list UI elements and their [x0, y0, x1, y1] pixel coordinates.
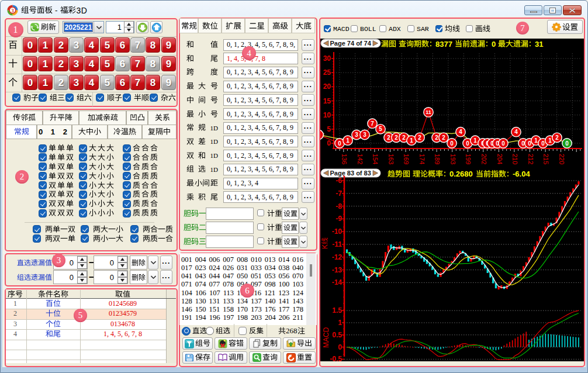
svg-text:0: 0 [466, 140, 469, 147]
svg-text:-6.04: -6.04 [513, 170, 530, 178]
svg-text:30: 30 [323, 54, 331, 63]
svg-text:-7: -7 [335, 189, 342, 198]
svg-text:2: 2 [435, 134, 438, 141]
svg-text:1: 1 [534, 137, 538, 144]
svg-text:0.5: 0.5 [332, 331, 342, 339]
svg-text:-13: -13 [332, 266, 343, 274]
svg-text:-8: -8 [335, 202, 342, 210]
svg-text:3: 3 [11, 8, 14, 13]
svg-text:Page 83 of 83: Page 83 of 83 [330, 170, 371, 177]
svg-text:189: 189 [434, 154, 441, 164]
svg-text:2: 2 [395, 134, 398, 141]
svg-text:10: 10 [323, 111, 331, 119]
svg-text:20: 20 [323, 82, 331, 91]
svg-text:-11: -11 [332, 240, 342, 248]
svg-text:2: 2 [555, 134, 559, 141]
svg-text:4: 4 [459, 129, 462, 135]
svg-text:1: 1 [548, 137, 552, 144]
svg-text:4: 4 [514, 129, 518, 135]
svg-text:169: 169 [403, 154, 410, 164]
svg-text:0: 0 [327, 139, 331, 147]
svg-text:2: 2 [418, 134, 421, 141]
svg-text:174: 174 [418, 154, 426, 164]
svg-text:-14: -14 [332, 278, 343, 286]
svg-text:25: 25 [323, 68, 331, 77]
svg-text:202: 202 [480, 154, 487, 164]
svg-text:204: 204 [496, 154, 503, 164]
svg-text:-10: -10 [332, 227, 343, 236]
svg-text:-6: -6 [335, 177, 342, 185]
svg-text:154: 154 [372, 154, 379, 164]
svg-text:220: 220 [558, 154, 565, 164]
svg-text:193: 193 [449, 154, 456, 164]
svg-text:0: 0 [338, 343, 342, 351]
svg-text:5: 5 [327, 125, 331, 133]
svg-text:15: 15 [323, 97, 331, 105]
svg-text:0: 0 [450, 140, 454, 147]
svg-text:136: 136 [341, 154, 348, 164]
svg-text:2: 2 [442, 134, 445, 141]
svg-text:215: 215 [542, 154, 549, 164]
svg-text:210: 210 [511, 154, 518, 164]
svg-text:5: 5 [379, 126, 382, 132]
svg-text:1.5: 1.5 [332, 306, 342, 315]
svg-text:0: 0 [541, 140, 545, 147]
svg-text:142: 142 [357, 154, 364, 164]
svg-text:3: 3 [363, 132, 366, 138]
svg-text:0: 0 [338, 140, 341, 147]
svg-text:1: 1 [473, 137, 477, 144]
svg-text:199: 199 [465, 154, 472, 164]
svg-text:-12: -12 [332, 253, 343, 261]
svg-text:MACD: MACD [322, 327, 330, 348]
svg-text:0: 0 [492, 40, 496, 49]
svg-text:2: 2 [387, 134, 390, 141]
svg-text:8377: 8377 [435, 40, 452, 49]
svg-text:K: K [321, 244, 329, 249]
svg-text:0.2680: 0.2680 [449, 170, 473, 178]
svg-text:1: 1 [410, 137, 413, 144]
svg-text:-0.5: -0.5 [330, 355, 342, 361]
svg-text:212: 212 [527, 154, 534, 164]
svg-text:31: 31 [535, 40, 543, 49]
svg-text:-9: -9 [335, 215, 342, 223]
svg-text:3: 3 [355, 132, 358, 138]
svg-text:0: 0 [501, 140, 505, 147]
svg-text:11: 11 [426, 109, 431, 115]
svg-text:Page 74 of 74: Page 74 of 74 [330, 40, 372, 47]
svg-text:1: 1 [346, 137, 350, 144]
svg-text:2: 2 [402, 134, 406, 141]
svg-text:1: 1 [338, 319, 342, 327]
svg-text:163: 163 [388, 154, 395, 164]
svg-text:7: 7 [371, 120, 374, 127]
svg-text:0: 0 [565, 140, 569, 147]
